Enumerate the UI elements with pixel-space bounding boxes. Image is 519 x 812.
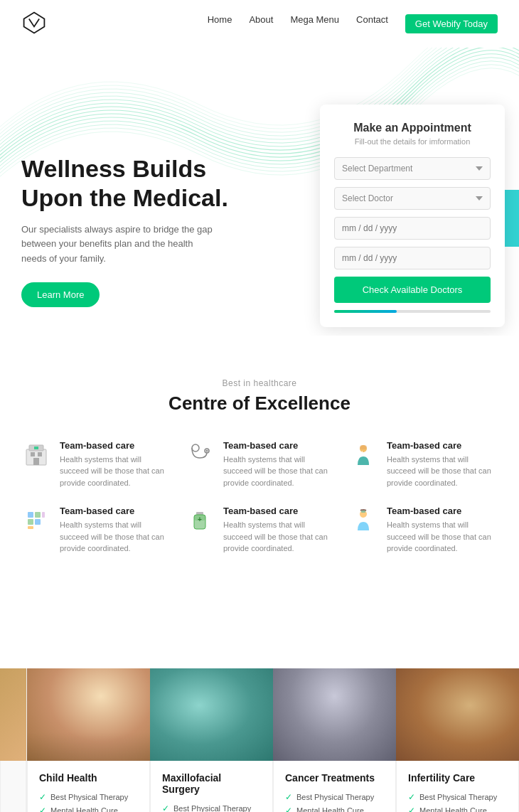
feature-icon-6 [348,506,378,535]
check-icon-10: ✓ [408,792,415,802]
svg-rect-16 [28,519,33,525]
child-health-feature-2: ✓Mental Health Cure [39,806,138,812]
feature-item-1: Team-based care Health systems that will… [21,440,171,489]
cancer-img [273,668,396,761]
doctor-select[interactable]: Select Doctor [334,187,491,210]
maxillofacial-body: Maxillofacial Surgery ✓Best Physical The… [150,761,273,812]
svg-marker-0 [24,13,45,33]
svg-rect-4 [38,452,42,456]
child-health-img [27,668,150,761]
feature-item-3: + Team-based care Health systems that wi… [348,440,498,489]
infertility-feature-1: ✓Best Physical Therapy [408,792,507,802]
maxillofacial-img [150,668,273,761]
svg-rect-18 [28,526,33,529]
svg-rect-6 [34,447,38,449]
cancer-feature-2: ✓Mental Health Cure [285,806,384,812]
feature-item-4: Team-based care Health systems that will… [21,506,171,555]
infertility-features: ✓Best Physical Therapy ✓Mental Health Cu… [408,792,507,812]
infertility-img [396,668,519,761]
hero-content: Wellness Builds Upon the Medical. Our sp… [21,62,228,307]
dept-select[interactable]: Select Department [334,157,491,180]
feature-icon-2 [185,440,215,470]
excellence-heading: Centre of Excellence [21,392,498,415]
svg-rect-14 [35,512,41,518]
progress-bar [334,310,491,313]
svg-rect-24 [361,511,365,513]
feature-icon-1 [21,440,51,470]
nav-about[interactable]: About [249,14,273,33]
progress-bar-fill [334,310,397,313]
cancer-body: Cancer Treatments ✓Best Physical Therapy… [273,761,396,812]
logo[interactable] [21,10,47,38]
check-doctors-button[interactable]: Check Available Doctors [334,277,491,303]
service-card-infertility: Infertility Care ✓Best Physical Therapy … [396,668,519,812]
features-grid: Team-based care Health systems that will… [21,440,498,555]
feature-text-4: Team-based care Health systems that will… [60,506,171,555]
date-input-1[interactable] [334,217,491,240]
check-icon-11: ✓ [408,806,415,812]
svg-rect-15 [42,512,45,518]
svg-rect-13 [28,512,33,518]
child-health-features: ✓Best Physical Therapy ✓Mental Health Cu… [39,792,138,812]
check-icon-7: ✓ [285,792,292,802]
check-icon-4: ✓ [162,803,169,812]
service-card-cancer: Cancer Treatments ✓Best Physical Therapy… [273,668,396,812]
appointment-card: Make an Appointment Fill-out the details… [320,105,505,327]
feature-text-2: Team-based care Health systems that will… [223,440,334,489]
maxillofacial-features: ✓Best Physical Therapy ✓Mental Health Cu… [162,803,261,812]
nav-mega-menu[interactable]: Mega Menu [290,14,339,33]
feature-item-2: Team-based care Health systems that will… [185,440,334,489]
feature-text-1: Team-based care Health systems that will… [60,440,171,489]
child-health-body: Child Health ✓Best Physical Therapy ✓Men… [27,761,150,812]
infertility-title: Infertility Care [408,772,507,784]
maxillofacial-title: Maxillofacial Surgery [162,772,261,795]
svg-text:+: + [198,515,202,523]
feature-item-5: + Team-based care Health systems that wi… [185,506,334,555]
feature-text-6: Team-based care Health systems that will… [387,506,498,555]
check-icon-2: ✓ [39,806,46,812]
nav-home[interactable]: Home [208,14,232,33]
spacer [0,583,519,626]
appt-title: Make an Appointment [334,122,491,134]
nav-cta[interactable]: Get Webify Today [405,14,498,33]
service-card-partial [0,668,27,812]
excellence-section: Best in healthcare Centre of Excellence … [0,336,519,583]
nav-contact[interactable]: Contact [356,14,388,33]
child-health-title: Child Health [39,772,138,784]
child-health-feature-1: ✓Best Physical Therapy [39,792,138,802]
svg-rect-3 [31,452,35,456]
feature-icon-5: + [185,506,215,535]
cancer-features: ✓Best Physical Therapy ✓Mental Health Cu… [285,792,384,812]
appt-subtitle: Fill-out the details for imformation [334,137,491,146]
feature-icon-4 [21,506,51,535]
infertility-body: Infertility Care ✓Best Physical Therapy … [396,761,519,812]
nav-links: Home About Mega Menu Contact Get Webify … [208,14,498,33]
feature-icon-3: + [348,440,378,470]
svg-text:+: + [360,449,364,456]
svg-point-7 [192,444,199,452]
feature-text-5: Team-based care Health systems that will… [223,506,334,555]
cancer-title: Cancer Treatments [285,772,384,784]
hero-description: Our specialists always aspire to bridge … [21,223,220,267]
feature-item-6: Team-based care Health systems that will… [348,506,498,555]
feature-text-3: Team-based care Health systems that will… [387,440,498,489]
cancer-feature-1: ✓Best Physical Therapy [285,792,384,802]
partial-card-img [0,668,27,761]
svg-point-9 [206,449,208,452]
svg-rect-5 [33,458,39,465]
svg-rect-17 [35,519,41,525]
hero-heading: Wellness Builds Upon the Medical. [21,154,228,213]
excellence-label: Best in healthcare [21,378,498,388]
check-icon-1: ✓ [39,792,46,802]
svg-rect-19 [196,512,203,515]
hero-section: Wellness Builds Upon the Medical. Our sp… [0,48,519,336]
infertility-feature-2: ✓Mental Health Cure [408,806,507,812]
service-card-child-health: Child Health ✓Best Physical Therapy ✓Men… [27,668,150,812]
services-cards: Child Health ✓Best Physical Therapy ✓Men… [0,668,519,812]
date-input-2[interactable] [334,247,491,269]
services-section: Child Health ✓Best Physical Therapy ✓Men… [0,626,519,812]
learn-more-button[interactable]: Learn More [21,282,100,307]
service-card-maxillofacial: Maxillofacial Surgery ✓Best Physical The… [150,668,273,812]
maxillofacial-feature-1: ✓Best Physical Therapy [162,803,261,812]
check-icon-8: ✓ [285,806,292,812]
